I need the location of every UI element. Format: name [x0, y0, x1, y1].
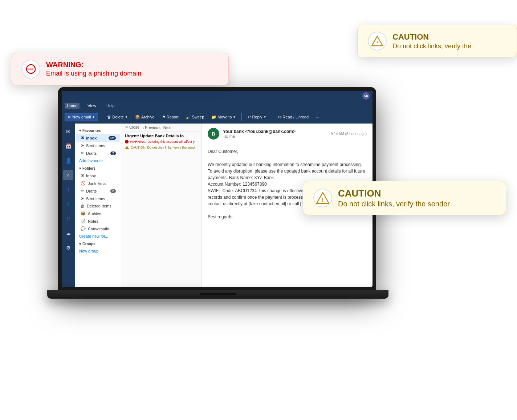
read-icon: ✉ [278, 115, 281, 120]
sidebar-icon-powerpoint[interactable]: P [63, 214, 73, 224]
groups-section[interactable]: ▾ Groups [75, 240, 122, 247]
next-nav-label[interactable]: Next [163, 125, 172, 130]
sender-to: To: me [223, 134, 327, 138]
caution-bottom-title: CAUTION [338, 188, 450, 199]
folder-item-archive[interactable]: 📦 Archive [76, 210, 120, 217]
close-nav-label[interactable]: ✕ Close [125, 125, 139, 130]
caution-bottom-subtitle: Do not click links, verify the sender [338, 200, 450, 208]
read-unread-button[interactable]: ✉Read / Unread [275, 113, 312, 121]
inbox-icon: ✉ [81, 136, 84, 140]
folder-archive-label: Archive [88, 211, 101, 216]
moveto-button[interactable]: 📁Move to▼ [208, 113, 239, 121]
delete-button[interactable]: 🗑Delete▼ [104, 113, 131, 121]
folder-item-deleted[interactable]: 🗑 Deleted Items [76, 202, 120, 210]
folder-archive-icon: 📦 [81, 211, 86, 216]
new-email-button[interactable]: ✏ New email ▼ [65, 113, 98, 121]
create-new-folder-link[interactable]: Create new fol... [75, 233, 122, 240]
inbox-label: Inbox [86, 136, 97, 140]
warning-banner: WARNING: Email is using a phishing domai… [11, 53, 229, 85]
email-header: B Your bank <Your.bank@bank.com> To: me … [202, 124, 373, 144]
sent-icon: ➤ [81, 143, 84, 148]
sidebar-icon-people[interactable]: 👤 [63, 156, 73, 166]
warning-text: WARNING: Deleting this account will affe… [130, 140, 195, 144]
caution-top-subtitle: Do not click links, verify the [392, 43, 471, 50]
folder-item-sent-fav[interactable]: ➤ Sent Items [76, 142, 120, 149]
sweep-button[interactable]: 🧹Sweep [183, 113, 207, 121]
folder-sent-icon: ➤ [81, 196, 84, 201]
caution-text: CAUTION: Do not click links, verify the … [131, 146, 195, 149]
caution-triangle-icon-bottom: ! [313, 189, 332, 207]
caution-top-title: CAUTION [392, 32, 471, 42]
sidebar-icon-calendar[interactable]: 📅 [63, 141, 73, 151]
laptop-notch [200, 293, 236, 295]
menu-item-home[interactable]: Home [65, 103, 80, 109]
new-email-icon: ✏ [68, 115, 71, 120]
folder-notes-icon: 📝 [81, 219, 86, 223]
caution-triangle-small [125, 146, 129, 149]
folders-section[interactable]: ▾ Folders [75, 164, 122, 172]
favourites-section[interactable]: ▾ Favourites [75, 126, 122, 134]
groups-label: Groups [82, 242, 95, 246]
outlook-title-bar: AK [62, 91, 373, 101]
caution-banner-top: ! CAUTION Do not click links, verify the [357, 25, 517, 57]
drafts-label: Drafts [86, 151, 97, 156]
folder-item-conversations[interactable]: 💬 Conversatio... [76, 225, 120, 233]
warning-banner-text: WARNING: Email is using a phishing domai… [46, 61, 141, 77]
folder-item-junk[interactable]: 🚫 Junk Email [76, 179, 120, 187]
new-group-link[interactable]: New group [75, 247, 122, 255]
menu-item-help[interactable]: Help [104, 103, 117, 109]
folder-item-notes[interactable]: 📝 Notes [76, 217, 120, 225]
reply-label: Reply [252, 115, 262, 119]
folder-item-inbox-fav[interactable]: ✉ Inbox 52 [76, 134, 120, 142]
report-button[interactable]: ⚑Report [159, 113, 182, 121]
email-subject[interactable]: Urgent: Update Bank Details fo [122, 132, 201, 139]
reply-button[interactable]: ↩Reply▼ [245, 113, 269, 121]
sidebar-icon-excel[interactable]: X [63, 199, 73, 209]
sidebar-icon-mail[interactable]: ✉ [63, 126, 73, 137]
caution-triangle-icon-top: ! [368, 32, 387, 51]
folder-item-sent[interactable]: ➤ Sent Items [76, 195, 120, 202]
read-unread-label: Read / Unread [282, 115, 309, 119]
sidebar-icon-tasks[interactable]: ✓ [63, 170, 73, 180]
warning-circle-icon [21, 60, 40, 78]
email-nav: ✕ Close ‹ Previous Next [122, 124, 201, 132]
folder-junk-label: Junk Email [88, 181, 107, 186]
sidebar-icon-onedrive[interactable]: ☁ [63, 228, 73, 238]
folder-deleted-label: Deleted Items [87, 204, 111, 208]
folder-conv-icon: 💬 [81, 226, 86, 231]
folder-drafts-icon: ✏ [81, 189, 84, 193]
sender-info: Your bank <Your.bank@bank.com> To: me [223, 129, 327, 138]
new-email-label: New email [72, 115, 91, 119]
add-favourite-link[interactable]: Add favourite [75, 157, 122, 164]
toolbar-separator-3 [272, 113, 272, 121]
icon-sidebar: ✉ 📅 👤 ✓ T X P ☁ ⚙ [62, 124, 75, 287]
toolbar-separator [101, 113, 101, 121]
favourites-label: Favourites [82, 129, 101, 133]
inbox-badge: 52 [109, 136, 116, 140]
outlook-avatar: AK [362, 92, 370, 100]
menu-item-view[interactable]: View [85, 103, 98, 109]
caution-banner-bottom: ! CAUTION Do not click links, verify the… [303, 181, 506, 215]
delete-label: Delete [112, 115, 124, 119]
warning-subtitle: Email is using a phishing domain [46, 70, 141, 77]
new-email-dropdown-icon: ▼ [92, 116, 95, 119]
sender-name: Your bank <Your.bank@bank.com> [223, 129, 327, 134]
folder-drafts-badge: 2 [110, 189, 116, 193]
archive-button[interactable]: 📦Archive [132, 113, 158, 121]
favourites-chevron: ▾ [79, 129, 81, 133]
archive-label: Archive [141, 115, 155, 119]
folder-item-drafts[interactable]: ✏ Drafts 2 [76, 187, 120, 195]
sidebar-icon-settings[interactable]: ⚙ [63, 243, 73, 253]
folder-inbox-label: Inbox [86, 174, 96, 178]
email-from-row: B Your bank <Your.bank@bank.com> To: me … [208, 128, 367, 140]
report-label: Report [167, 115, 179, 119]
arrow-left-icon[interactable]: ‹ Previous [142, 125, 160, 130]
folder-item-inbox[interactable]: ✉ Inbox [76, 172, 120, 179]
sidebar-icon-teams[interactable]: T [63, 185, 73, 195]
more-button[interactable]: ··· [313, 113, 322, 121]
email-warning-row: WARNING: Deleting this account will affe… [122, 139, 201, 145]
sender-time: 9:14 AM (8 hours ago) [331, 132, 367, 136]
folder-item-drafts-fav[interactable]: ✏ Drafts 2 [76, 149, 120, 157]
folder-deleted-icon: 🗑 [81, 204, 85, 208]
laptop-base [47, 290, 388, 299]
